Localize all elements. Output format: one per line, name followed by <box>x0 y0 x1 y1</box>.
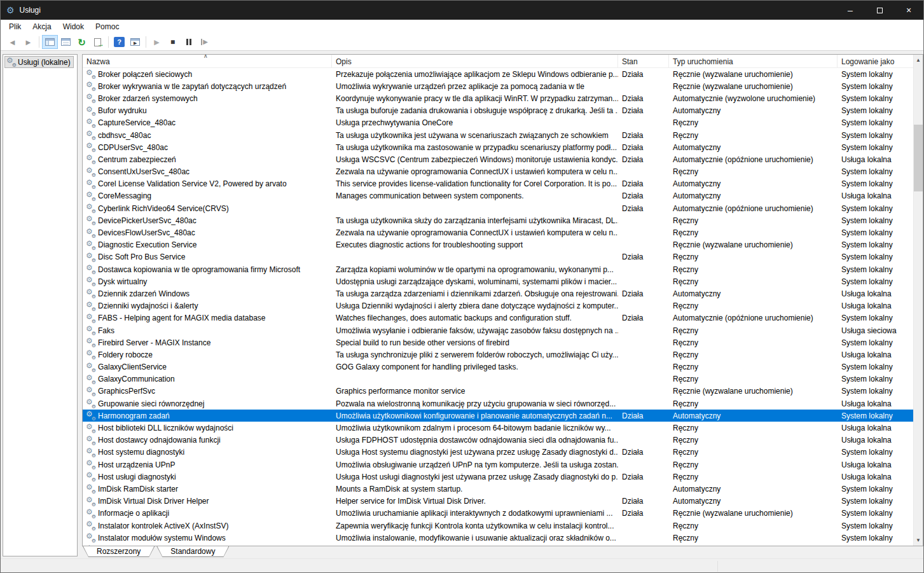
cell-description: Zarządza kopiami woluminów w tle opartym… <box>332 265 618 274</box>
help-button[interactable]: ? <box>111 35 127 49</box>
service-row[interactable]: Host systemu diagnostyki Usługa Host sys… <box>83 446 913 459</box>
service-row[interactable]: Dziennik zdarzeń Windows Ta usługa zarzą… <box>83 287 913 300</box>
restart-service-button[interactable]: ▶ <box>197 35 212 49</box>
window-controls: – × <box>836 1 923 20</box>
menu-item-pomoc[interactable]: Pomoc <box>90 20 125 33</box>
column-header-name[interactable]: Nazwa ∧ <box>83 55 332 67</box>
cell-startup-type: Automatycznie (wyzwolone uruchomienie) <box>669 94 838 103</box>
maximize-button[interactable] <box>865 1 894 20</box>
cell-logon-as: System lokalny <box>838 375 913 383</box>
service-row[interactable]: ImDisk RamDisk starter Mounts a RamDisk … <box>83 483 913 495</box>
service-row[interactable]: GalaxyCommunication Ręczny System lokaln… <box>83 373 913 385</box>
stop-service-button[interactable]: ■ <box>165 35 181 49</box>
scroll-down-button[interactable]: ▼ <box>914 535 923 546</box>
service-row[interactable]: ImDisk Virtual Disk Driver Helper Helper… <box>83 495 913 507</box>
show-console-tree-button[interactable] <box>42 35 58 49</box>
cell-status: Działa <box>618 509 669 518</box>
status-bar-divider <box>717 561 718 572</box>
cell-name: Broker wykrywania w tle zapytań dotycząc… <box>83 81 332 91</box>
service-row[interactable]: Dostawca kopiowania w tle oprogramowania… <box>83 263 913 275</box>
service-gear-icon <box>86 167 95 177</box>
cell-startup-type: Ręczny <box>669 399 838 408</box>
service-row[interactable]: Grupowanie sieci równorzędnej Pozwala na… <box>83 397 913 410</box>
refresh-button[interactable]: ↻ <box>74 35 90 49</box>
service-row[interactable]: Dysk wirtualny Udostępnia usługi zarządz… <box>83 275 913 287</box>
service-row[interactable]: Firebird Server - MAGIX Instance Special… <box>83 336 913 349</box>
service-row[interactable]: Dzienniki wydajności i &alerty Usługa Dz… <box>83 300 913 312</box>
service-row[interactable]: Instalator kontrolek ActiveX (AxInstSV) … <box>83 520 913 532</box>
service-name: Dysk wirtualny <box>98 277 147 286</box>
service-row[interactable]: Host usługi diagnostyki Usługa Host usłu… <box>83 471 913 483</box>
service-row[interactable]: CaptureService_480ac Usługa przechwytywa… <box>83 117 913 129</box>
column-header-description[interactable]: Opis <box>332 55 618 67</box>
cell-logon-as: Usługa lokalna <box>838 399 913 408</box>
column-header-startup-type[interactable]: Typ uruchomienia <box>669 55 838 67</box>
service-row[interactable]: Diagnostic Execution Service Executes di… <box>83 239 913 251</box>
tab-standard[interactable]: Standardowy <box>156 546 229 557</box>
cell-logon-as: System lokalny <box>838 411 913 420</box>
service-row[interactable]: CoreMessaging Manages communication betw… <box>83 190 913 202</box>
vertical-scrollbar[interactable]: ▲ ▼ <box>913 55 923 546</box>
service-row[interactable]: Informacje o aplikacji Umożliwia urucham… <box>83 507 913 520</box>
service-row[interactable]: Foldery robocze Ta usługa synchronizuje … <box>83 349 913 361</box>
service-row[interactable]: DevicesFlowUserSvc_480ac Zezwala na używ… <box>83 226 913 238</box>
service-row[interactable]: Cyberlink RichVideo64 Service(CRVS) Dzia… <box>83 202 913 214</box>
column-header-logon-as[interactable]: Logowanie jako <box>838 55 913 67</box>
cell-name: GalaxyCommunication <box>83 375 332 384</box>
scrollbar-thumb[interactable] <box>914 125 923 191</box>
cell-description: Graphics performance monitor service <box>332 387 618 396</box>
service-row[interactable]: Broker wykrywania w tle zapytań dotycząc… <box>83 80 913 92</box>
tab-extended[interactable]: Rozszerzony <box>83 546 155 557</box>
tree-item-services-local[interactable]: Usługi (lokalne) <box>4 56 74 68</box>
service-row[interactable]: Instalator Windows Dodaje, modyfikuje i … <box>83 544 913 546</box>
export-list-button[interactable]: → <box>90 35 106 49</box>
service-row[interactable]: Bufor wydruku Ta usługa buforuje zadania… <box>83 105 913 117</box>
cell-name: GraphicsPerfSvc <box>83 387 332 396</box>
pause-service-button[interactable] <box>181 35 197 49</box>
service-name: Host systemu diagnostyki <box>98 448 184 457</box>
menu-item-widok[interactable]: Widok <box>57 20 90 33</box>
service-row[interactable]: Disc Soft Pro Bus Service Działa Ręczny … <box>83 251 913 263</box>
properties-button[interactable] <box>58 35 74 49</box>
service-row[interactable]: Corel License Validation Service V2, Pow… <box>83 178 913 190</box>
column-header-status[interactable]: Stan <box>618 55 669 67</box>
cell-description: Usługa przechwytywania OneCore <box>332 118 618 127</box>
service-row[interactable]: DevicePickerUserSvc_480ac Ta usługa użyt… <box>83 214 913 226</box>
cell-name: Grupowanie sieci równorzędnej <box>83 399 332 408</box>
service-name: Host biblioteki DLL liczników wydajności <box>98 424 233 432</box>
service-row[interactable]: Host biblioteki DLL liczników wydajności… <box>83 422 913 434</box>
cell-logon-as: Usługa lokalna <box>838 191 913 200</box>
start-service-button[interactable]: ▶ <box>149 35 165 49</box>
extended-view-button[interactable]: ▶ <box>127 35 143 49</box>
service-row[interactable]: Broker zdarzeń systemowych Koordynuje wy… <box>83 92 913 104</box>
service-row[interactable]: CDPUserSvc_480ac Ta usługa użytkownika m… <box>83 141 913 153</box>
scroll-up-button[interactable]: ▲ <box>914 55 923 66</box>
service-row[interactable]: Centrum zabezpieczeń Usługa WSCSVC (Cent… <box>83 153 913 165</box>
service-row[interactable]: Host dostawcy odnajdowania funkcji Usług… <box>83 434 913 446</box>
cell-startup-type: Ręczny <box>669 252 838 261</box>
service-gear-icon <box>86 424 95 433</box>
service-row[interactable]: GalaxyClientService GOG Galaxy component… <box>83 361 913 373</box>
service-row[interactable]: Broker połączeń sieciowych Przekazuje po… <box>83 68 913 80</box>
cell-status: Działa <box>618 131 669 140</box>
menu-item-akcja[interactable]: Akcja <box>27 20 57 33</box>
minimize-button[interactable]: – <box>836 1 865 20</box>
service-row[interactable]: Host urządzenia UPnP Umożliwia obsługiwa… <box>83 459 913 471</box>
service-row[interactable]: FABS - Helping agent for MAGIX media dat… <box>83 312 913 324</box>
service-name: Diagnostic Execution Service <box>98 240 197 249</box>
forward-button[interactable]: ► <box>20 35 36 49</box>
cell-status: Działa <box>618 473 669 481</box>
cell-logon-as: System lokalny <box>838 521 913 530</box>
service-gear-icon <box>86 375 95 384</box>
close-button[interactable]: × <box>894 1 923 20</box>
service-row[interactable]: Instalator modułów systemu Windows Umożl… <box>83 532 913 544</box>
service-row[interactable]: cbdhsvc_480ac Ta usługa użytkownika jest… <box>83 129 913 141</box>
service-row[interactable]: GraphicsPerfSvc Graphics performance mon… <box>83 385 913 397</box>
menu-item-plik[interactable]: Plik <box>3 20 27 33</box>
service-row[interactable]: ConsentUxUserSvc_480ac Zezwala na używan… <box>83 166 913 178</box>
service-row[interactable]: Faks Umożliwia wysyłanie i odbieranie fa… <box>83 324 913 336</box>
service-row[interactable]: Harmonogram zadań Umożliwia użytkownikow… <box>83 410 913 422</box>
cell-status: Działa <box>618 70 669 79</box>
cell-logon-as: System lokalny <box>838 338 913 347</box>
back-button[interactable]: ◄ <box>4 35 20 49</box>
